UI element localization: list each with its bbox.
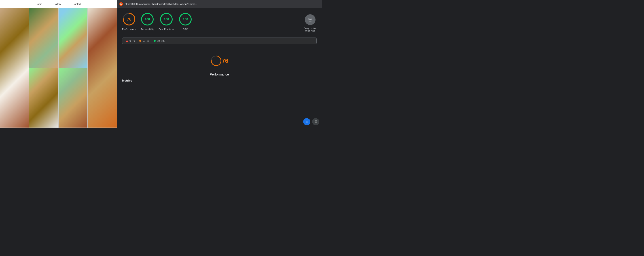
image-gallery xyxy=(0,8,117,128)
legend-range-pass: 90–100 xyxy=(157,39,165,42)
score-label-seo: SEO xyxy=(183,28,188,31)
bottom-actions: ≡ ☰ xyxy=(303,118,319,125)
gallery-image-4 xyxy=(88,8,117,128)
nav-divider-1: | xyxy=(48,3,48,5)
legend-range-average: 50–89 xyxy=(142,39,149,42)
website-preview: Home | Gallery | Contact xyxy=(0,0,117,128)
nav-divider-2: | xyxy=(67,3,67,5)
score-seo: 100 SEO xyxy=(179,12,192,31)
gallery-image-7 xyxy=(58,68,88,128)
score-label-performance: Performance xyxy=(122,28,136,31)
big-score-circle: 76 xyxy=(210,52,228,70)
lighthouse-panel: 🐕 https://8000-stevemiller7-baddogportf-… xyxy=(117,0,322,128)
site-navigation: Home | Gallery | Contact xyxy=(0,0,117,8)
browser-menu-icon[interactable]: ⋮ xyxy=(316,2,319,6)
pwa-badge: PWA xyxy=(305,14,316,25)
score-value-accessibility: 100 xyxy=(145,17,150,21)
menu-button[interactable]: ☰ xyxy=(312,118,319,125)
url-bar: https://8000-stevemiller7-baddogportf-fn… xyxy=(125,3,314,5)
score-value-performance: 76 xyxy=(127,17,131,22)
pwa-section: PWA ProgressiveWeb App xyxy=(304,14,317,32)
pwa-badge-text: PWA xyxy=(308,18,312,20)
gallery-image-6 xyxy=(29,68,58,128)
legend-icon-average xyxy=(139,40,141,42)
legend-icon-fail xyxy=(126,40,128,42)
nav-contact[interactable]: Contact xyxy=(73,3,81,5)
legend-item-pass: 90–100 xyxy=(154,39,165,42)
score-circle-seo: 100 xyxy=(179,12,192,26)
score-performance: 76 Performance xyxy=(122,12,136,31)
metrics-label: Metrics xyxy=(122,79,132,82)
gallery-image-3 xyxy=(58,8,88,68)
nav-home[interactable]: Home xyxy=(36,3,42,5)
pwa-label: ProgressiveWeb App xyxy=(304,27,317,32)
score-value-seo: 100 xyxy=(183,17,188,21)
score-accessibility: 100 Accessibility xyxy=(141,12,154,31)
score-legend: 0–49 50–89 90–100 xyxy=(122,37,317,44)
score-label-accessibility: Accessibility xyxy=(141,28,154,31)
favicon: 🐕 xyxy=(120,2,123,6)
score-circle-accessibility: 100 xyxy=(141,12,154,26)
legend-icon-pass xyxy=(154,40,156,42)
nav-gallery[interactable]: Gallery xyxy=(54,3,61,5)
scores-and-pwa: 76 Performance 100 Accessibility xyxy=(117,8,322,35)
score-value-best-practices: 100 xyxy=(164,17,169,21)
score-circle-performance: 76 xyxy=(122,12,136,26)
gallery-image-1 xyxy=(0,8,29,128)
performance-title: Performance xyxy=(210,72,229,76)
browser-bar: 🐕 https://8000-stevemiller7-baddogportf-… xyxy=(117,0,322,8)
performance-detail: 76 Performance Metrics xyxy=(117,47,322,128)
chat-button[interactable]: ≡ xyxy=(303,118,310,125)
score-circle-best-practices: 100 xyxy=(160,12,173,26)
score-best-practices: 100 Best Practices xyxy=(158,12,174,31)
legend-range-fail: 0–49 xyxy=(130,39,135,42)
gallery-image-2 xyxy=(29,8,58,68)
legend-item-fail: 0–49 xyxy=(126,39,135,42)
score-label-best-practices: Best Practices xyxy=(158,28,174,31)
big-score-number: 76 xyxy=(222,57,228,64)
scores-container: 76 Performance 100 Accessibility xyxy=(122,12,192,31)
legend-item-average: 50–89 xyxy=(139,39,149,42)
pwa-badge-dash xyxy=(309,21,312,21)
chat-icon: ≡ xyxy=(306,120,308,124)
menu-icon: ☰ xyxy=(314,120,317,124)
